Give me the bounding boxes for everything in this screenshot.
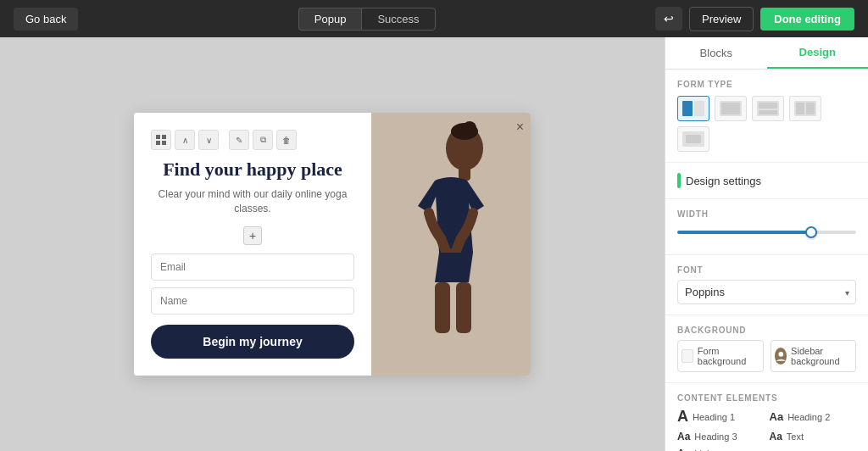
right-panel: Blocks Design FORM TYPE <box>665 37 868 451</box>
heading2-label: Heading 2 <box>787 412 830 422</box>
svg-rect-21 <box>806 103 815 114</box>
svg-rect-1 <box>162 135 166 139</box>
form-type-section: FORM TYPE <box>665 70 868 163</box>
svg-rect-10 <box>435 282 450 333</box>
add-element-row: + <box>151 226 354 245</box>
form-type-title: FORM TYPE <box>677 80 856 89</box>
topbar-right: ↩ Preview Done editing <box>655 7 854 31</box>
popup-form-side: ∧ ∨ ✎ ⧉ 🗑 Find your happy place Clear yo… <box>134 113 371 376</box>
popup-subtext: Clear your mind with our daily online yo… <box>151 187 354 216</box>
go-back-button[interactable]: Go back <box>14 8 78 31</box>
topbar-center: Popup Success <box>298 8 436 31</box>
text-icon: Aa <box>770 431 782 443</box>
svg-rect-12 <box>682 101 693 116</box>
background-section: BACKGROUND Form background Sidebar backg… <box>665 315 868 383</box>
background-label: BACKGROUND <box>677 326 856 335</box>
name-input[interactable] <box>151 287 354 315</box>
font-select-wrapper: Poppins Inter Roboto Open Sans ▾ <box>677 280 856 304</box>
popup-card: ∧ ∨ ✎ ⧉ 🗑 Find your happy place Clear yo… <box>134 113 531 376</box>
heading2-icon: Aa <box>770 410 784 423</box>
svg-rect-17 <box>759 103 777 109</box>
form-type-2[interactable] <box>715 96 747 121</box>
sidebar-background-option[interactable]: Sidebar background <box>771 340 857 372</box>
main-content: ∧ ∨ ✎ ⧉ 🗑 Find your happy place Clear yo… <box>0 37 868 451</box>
popup-image-side: × <box>371 113 531 376</box>
undo-button[interactable]: ↩ <box>655 7 682 31</box>
done-editing-button[interactable]: Done editing <box>760 8 854 31</box>
topbar-left: Go back <box>14 8 78 31</box>
design-settings-label: Design settings <box>677 173 856 188</box>
toolbar-up-icon[interactable]: ∧ <box>175 130 195 150</box>
background-options: Form background Sidebar background <box>677 340 856 372</box>
add-element-button[interactable]: + <box>243 226 262 245</box>
svg-rect-2 <box>156 141 160 145</box>
link-icon: Aa <box>677 448 690 451</box>
font-section: FONT Poppins Inter Roboto Open Sans ▾ <box>665 255 868 315</box>
font-label: FONT <box>677 265 856 275</box>
design-settings-section: Design settings <box>665 163 868 199</box>
toolbar-grid-icon[interactable] <box>151 130 171 150</box>
heading1-icon: A <box>677 408 688 426</box>
form-background-option[interactable]: Form background <box>677 340 764 372</box>
svg-rect-18 <box>759 110 777 114</box>
popup-heading: Find your happy place <box>151 159 354 181</box>
font-select[interactable]: Poppins Inter Roboto Open Sans <box>677 280 856 304</box>
canvas: ∧ ∨ ✎ ⧉ 🗑 Find your happy place Clear yo… <box>0 37 665 451</box>
width-section: WIDTH <box>665 199 868 255</box>
form-type-options <box>677 96 856 152</box>
link-element[interactable]: Aa Link <box>677 448 765 451</box>
svg-rect-20 <box>796 103 804 114</box>
width-slider[interactable] <box>677 224 856 241</box>
tab-success[interactable]: Success <box>361 8 435 31</box>
text-element[interactable]: Aa Text <box>770 431 857 443</box>
design-accent <box>677 173 681 188</box>
form-type-3[interactable] <box>752 96 784 121</box>
heading3-element[interactable]: Aa Heading 3 <box>677 431 765 443</box>
heading1-element[interactable]: A Heading 1 <box>677 408 765 426</box>
panel-tabs: Blocks Design <box>665 37 868 70</box>
form-type-5[interactable] <box>677 126 709 152</box>
email-input[interactable] <box>151 253 354 281</box>
toolbar-delete-icon[interactable]: 🗑 <box>276 130 297 150</box>
svg-rect-11 <box>456 282 471 333</box>
preview-button[interactable]: Preview <box>689 7 754 31</box>
svg-point-24 <box>778 352 783 357</box>
heading3-icon: Aa <box>677 431 690 443</box>
form-background-label: Form background <box>698 346 760 366</box>
toolbar-down-icon[interactable]: ∨ <box>198 130 219 150</box>
text-label: Text <box>787 432 804 442</box>
toolbar-edit-icon[interactable]: ✎ <box>229 130 249 150</box>
topbar: Go back Popup Success ↩ Preview Done edi… <box>0 0 868 37</box>
slider-track <box>677 231 856 234</box>
content-elements-section: CONTENT ELEMENTS A Heading 1 Aa Heading … <box>665 383 868 451</box>
svg-rect-15 <box>721 103 740 114</box>
heading1-label: Heading 1 <box>693 412 735 422</box>
svg-rect-0 <box>156 135 160 139</box>
width-label: WIDTH <box>677 209 856 219</box>
popup-toolbar: ∧ ∨ ✎ ⧉ 🗑 <box>151 130 354 150</box>
toolbar-copy-icon[interactable]: ⧉ <box>253 130 273 150</box>
close-popup-button[interactable]: × <box>516 120 524 135</box>
tab-design[interactable]: Design <box>767 37 869 69</box>
form-bg-swatch <box>682 349 693 363</box>
heading3-label: Heading 3 <box>694 432 737 442</box>
yoga-illustration <box>371 113 531 333</box>
sidebar-background-label: Sidebar background <box>791 346 852 366</box>
svg-rect-3 <box>162 141 166 145</box>
slider-thumb[interactable] <box>805 226 817 238</box>
cta-button[interactable]: Begin my journey <box>151 325 354 359</box>
tab-popup[interactable]: Popup <box>298 8 362 31</box>
sidebar-bg-avatar <box>775 348 787 365</box>
svg-rect-13 <box>694 101 704 116</box>
svg-rect-23 <box>686 135 701 143</box>
svg-point-7 <box>451 123 478 140</box>
content-elements-grid: A Heading 1 Aa Heading 2 Aa Heading 3 Aa… <box>677 408 856 451</box>
tab-blocks[interactable]: Blocks <box>665 37 767 69</box>
form-type-1[interactable] <box>677 96 709 121</box>
content-elements-label: CONTENT ELEMENTS <box>677 393 856 403</box>
heading2-element[interactable]: Aa Heading 2 <box>770 408 857 426</box>
form-type-4[interactable] <box>789 96 821 121</box>
